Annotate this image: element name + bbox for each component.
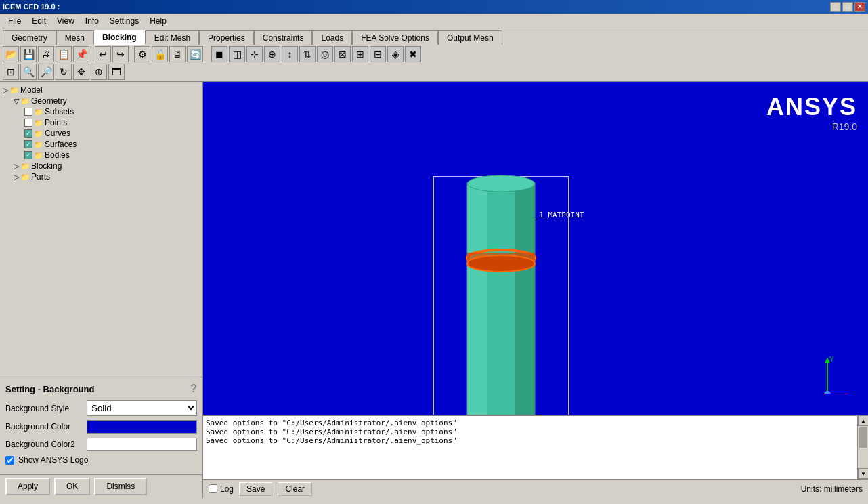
console-area: Saved options to "C:/Users/Administrator… bbox=[203, 415, 868, 479]
toolbar-row-1: 📂 💾 🖨 📋 📌 ↩ ↪ ⚙ 🔒 🖥 🔄 ◼ ◫ ⊹ ⊕ ↕ ⇅ ◎ ⊠ ⊞ … bbox=[3, 46, 865, 62]
settings-row-color: Background Color bbox=[5, 420, 197, 434]
dismiss-button[interactable]: Dismiss bbox=[94, 478, 147, 495]
expand-icon-blocking: ▷ bbox=[14, 162, 19, 171]
tree-item-model[interactable]: ▷ 📁 Model bbox=[3, 85, 200, 96]
tree-item-bodies[interactable]: ✓ 📁 Bodies bbox=[3, 150, 200, 161]
viewport-section: ANSYS R19.0 + ART_1_1_1_MATPOINT bbox=[203, 82, 868, 498]
svg-point-8 bbox=[467, 255, 535, 272]
tb-copy[interactable]: 📋 bbox=[56, 46, 72, 62]
tb-b7[interactable]: ◎ bbox=[317, 46, 333, 62]
tab-blocking[interactable]: Blocking bbox=[93, 30, 146, 45]
tree-item-geometry[interactable]: ▽ 📁 Geometry bbox=[3, 96, 200, 106]
tab-constraints[interactable]: Constraints bbox=[254, 30, 313, 45]
tb-b4[interactable]: ⊕ bbox=[264, 46, 280, 62]
tree-label-surfaces: Surfaces bbox=[45, 140, 77, 149]
help-icon[interactable]: ? bbox=[190, 383, 197, 395]
ok-button[interactable]: OK bbox=[54, 478, 90, 495]
menu-view[interactable]: View bbox=[51, 15, 80, 27]
left-panel: ▷ 📁 Model ▽ 📁 Geometry 📁 Subsets bbox=[0, 82, 203, 498]
tree-label-curves: Curves bbox=[45, 129, 70, 138]
tb-refresh[interactable]: 🔄 bbox=[187, 46, 203, 62]
menu-edit[interactable]: Edit bbox=[26, 15, 51, 27]
tb-center[interactable]: ⊕ bbox=[91, 64, 107, 80]
save-button[interactable]: Save bbox=[239, 482, 272, 496]
menu-file[interactable]: File bbox=[3, 15, 26, 27]
menu-info[interactable]: Info bbox=[80, 15, 104, 27]
tb-open[interactable]: 📂 bbox=[3, 46, 19, 62]
ansys-brand-text: ANSYS bbox=[766, 93, 857, 121]
tree-item-points[interactable]: 📁 Points bbox=[3, 117, 200, 128]
color-picker-bg2[interactable] bbox=[87, 438, 197, 451]
tb-b6[interactable]: ⇅ bbox=[299, 46, 316, 62]
log-checkbox[interactable] bbox=[209, 484, 217, 493]
tb-b5[interactable]: ↕ bbox=[282, 46, 298, 62]
tab-geometry[interactable]: Geometry bbox=[3, 30, 56, 45]
tab-mesh[interactable]: Mesh bbox=[56, 30, 93, 45]
tb-b12[interactable]: ✖ bbox=[405, 46, 421, 62]
console-line-3: Saved options to "C:/Users/Administrator… bbox=[206, 436, 854, 445]
scroll-up-button[interactable]: ▲ bbox=[858, 415, 868, 426]
tree-label-blocking: Blocking bbox=[31, 161, 62, 171]
scrollbar-thumb[interactable] bbox=[859, 427, 867, 448]
tab-feasolve[interactable]: FEA Solve Options bbox=[352, 30, 438, 45]
checkbox-bodies[interactable]: ✓ bbox=[24, 151, 32, 159]
tb-save[interactable]: 💾 bbox=[20, 46, 37, 62]
tb-b9[interactable]: ⊞ bbox=[352, 46, 368, 62]
tb-redo[interactable]: ↪ bbox=[112, 46, 129, 62]
clear-button[interactable]: Clear bbox=[278, 482, 312, 496]
ansys-version-text: R19.0 bbox=[766, 121, 857, 132]
toolbar-area: Geometry Mesh Blocking Edit Mesh Propert… bbox=[0, 28, 868, 82]
tb-lock[interactable]: 🔒 bbox=[152, 46, 168, 62]
tb-b2[interactable]: ◫ bbox=[229, 46, 245, 62]
apply-button[interactable]: Apply bbox=[5, 478, 50, 495]
color-picker-bg[interactable] bbox=[87, 420, 197, 434]
tb-paste[interactable]: 📌 bbox=[73, 46, 89, 62]
checkbox-curves[interactable]: ✓ bbox=[24, 129, 32, 138]
tb-rotate[interactable]: ↻ bbox=[56, 64, 72, 80]
expand-icon-geometry: ▽ bbox=[14, 97, 19, 106]
tb-persp[interactable]: 🗖 bbox=[108, 64, 125, 80]
select-bg-style[interactable]: Solid Gradient bbox=[87, 400, 197, 416]
scrollbar-track[interactable] bbox=[858, 426, 868, 468]
app-title: ICEM CFD 19.0 : bbox=[3, 3, 60, 11]
checkbox-points[interactable] bbox=[24, 119, 32, 127]
tree-label-model: Model bbox=[20, 85, 43, 95]
folder-icon-points: 📁 bbox=[34, 119, 43, 127]
close-button[interactable]: ✕ bbox=[854, 2, 865, 12]
folder-icon-model: 📁 bbox=[9, 86, 19, 95]
tab-loads[interactable]: Loads bbox=[312, 30, 352, 45]
viewport[interactable]: ANSYS R19.0 + ART_1_1_1_MATPOINT bbox=[203, 82, 868, 415]
tb-b11[interactable]: ◈ bbox=[387, 46, 404, 62]
tb-b3[interactable]: ⊹ bbox=[246, 46, 263, 62]
tab-outputmesh[interactable]: Output Mesh bbox=[438, 30, 502, 45]
tb-settings[interactable]: ⚙ bbox=[134, 46, 150, 62]
pipe-3d-model bbox=[413, 170, 616, 415]
tab-properties[interactable]: Properties bbox=[199, 30, 254, 45]
checkbox-subsets[interactable] bbox=[24, 108, 32, 116]
tb-pan[interactable]: ✥ bbox=[73, 64, 89, 80]
minimize-button[interactable]: _ bbox=[830, 2, 841, 12]
tb-zoom-fit[interactable]: ⊡ bbox=[3, 64, 19, 80]
folder-icon-curves: 📁 bbox=[34, 129, 43, 138]
tb-zoom-in[interactable]: 🔍 bbox=[20, 64, 37, 80]
tb-b8[interactable]: ⊠ bbox=[334, 46, 351, 62]
tb-b1[interactable]: ◼ bbox=[211, 46, 227, 62]
tb-undo[interactable]: ↩ bbox=[95, 46, 111, 62]
tree-item-surfaces[interactable]: ✓ 📁 Surfaces bbox=[3, 139, 200, 150]
tb-b10[interactable]: ⊟ bbox=[370, 46, 386, 62]
tree-item-blocking[interactable]: ▷ 📁 Blocking bbox=[3, 161, 200, 171]
svg-point-6 bbox=[467, 250, 535, 266]
tab-editmesh[interactable]: Edit Mesh bbox=[146, 30, 199, 45]
maximize-button[interactable]: □ bbox=[842, 2, 853, 12]
menu-help[interactable]: Help bbox=[144, 15, 172, 27]
tree-item-parts[interactable]: ▷ 📁 Parts bbox=[3, 171, 200, 182]
tree-item-curves[interactable]: ✓ 📁 Curves bbox=[3, 128, 200, 139]
tb-monitor[interactable]: 🖥 bbox=[169, 46, 186, 62]
tb-zoom-out[interactable]: 🔎 bbox=[38, 64, 54, 80]
menu-settings[interactable]: Settings bbox=[104, 15, 144, 27]
scroll-down-button[interactable]: ▼ bbox=[858, 468, 868, 479]
tb-print[interactable]: 🖨 bbox=[38, 46, 54, 62]
tree-item-subsets[interactable]: 📁 Subsets bbox=[3, 106, 200, 117]
checkbox-show-logo[interactable] bbox=[5, 456, 14, 465]
checkbox-surfaces[interactable]: ✓ bbox=[24, 140, 32, 148]
